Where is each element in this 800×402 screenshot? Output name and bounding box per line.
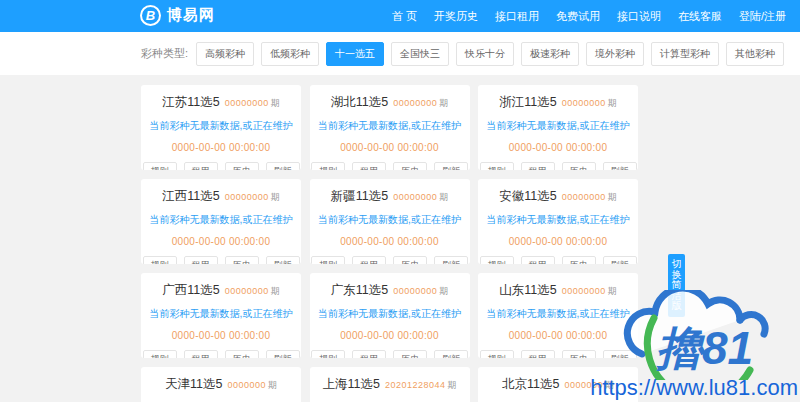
refresh-button[interactable]: 刷新 xyxy=(603,350,637,358)
filter-tab[interactable]: 快乐十分 xyxy=(456,42,514,66)
refresh-button[interactable]: 刷新 xyxy=(603,256,637,264)
card-issue-number: 0000000 xyxy=(564,380,603,390)
site-logo[interactable]: B 博易网 xyxy=(140,5,215,26)
nav-item-0[interactable]: 首 页 xyxy=(392,9,417,24)
refresh-button[interactable]: 刷新 xyxy=(603,162,637,170)
card-issue-unit: 期 xyxy=(605,380,614,390)
card-actions: 规则 租用 历史 刷新 xyxy=(310,256,470,264)
card-title-row: 江西11选5 00000000 期 xyxy=(141,188,301,205)
rent-button[interactable]: 租用 xyxy=(184,162,218,170)
history-button[interactable]: 历史 xyxy=(562,256,596,264)
lottery-card: 江西11选5 00000000 期 当前彩种无最新数据,或正在维护 0000-0… xyxy=(141,179,301,264)
card-status-text: 当前彩种无最新数据,或正在维护 xyxy=(478,119,638,133)
card-countdown: 0000-00-00 00:00:00 xyxy=(478,330,638,341)
card-issue-number: 0000000 xyxy=(227,380,266,390)
card-actions: 规则 租用 历史 刷新 xyxy=(310,162,470,170)
refresh-button[interactable]: 刷新 xyxy=(266,350,300,358)
card-actions: 规则 租用 历史 刷新 xyxy=(310,350,470,358)
refresh-button[interactable]: 刷新 xyxy=(266,256,300,264)
card-title-row: 安徽11选5 00000000 期 xyxy=(478,188,638,205)
card-issue-number: 00000000 xyxy=(393,286,437,296)
rule-button[interactable]: 规则 xyxy=(480,256,514,264)
rule-button[interactable]: 规则 xyxy=(480,350,514,358)
lottery-card-grid: 江苏11选5 00000000 期 当前彩种无最新数据,或正在维护 0000-0… xyxy=(141,85,638,402)
card-countdown: 0000-00-00 00:00:00 xyxy=(141,330,301,341)
rent-button[interactable]: 租用 xyxy=(184,256,218,264)
rent-button[interactable]: 租用 xyxy=(352,350,386,358)
history-button[interactable]: 历史 xyxy=(393,350,427,358)
card-issue-number: 20201228044 xyxy=(385,380,446,390)
card-issue-unit: 期 xyxy=(439,286,448,296)
card-issue-unit: 期 xyxy=(271,98,280,108)
card-countdown: 0000-00-00 00:00:00 xyxy=(478,236,638,247)
card-issue-number: 00000000 xyxy=(562,286,606,296)
filter-tab[interactable]: 全国快三 xyxy=(391,42,449,66)
filter-bar: 彩种类型: 高频彩种 低频彩种 十一选五 全国快三 快乐十分 极速彩种 境外彩种… xyxy=(0,32,800,75)
switch-simple-version-tab[interactable]: 切换简洁版 xyxy=(668,254,685,317)
rule-button[interactable]: 规则 xyxy=(480,162,514,170)
history-button[interactable]: 历史 xyxy=(562,162,596,170)
rent-button[interactable]: 租用 xyxy=(521,256,555,264)
card-status-text: 当前彩种无最新数据,或正在维护 xyxy=(478,307,638,321)
card-title-row: 江苏11选5 00000000 期 xyxy=(141,94,301,111)
card-actions: 规则 租用 历史 刷新 xyxy=(478,162,638,170)
filter-tab[interactable]: 其他彩种 xyxy=(726,42,784,66)
lottery-type-tabs: 高频彩种 低频彩种 十一选五 全国快三 快乐十分 极速彩种 境外彩种 计算型彩种… xyxy=(196,42,784,66)
rule-button[interactable]: 规则 xyxy=(311,162,345,170)
filter-tab[interactable]: 高频彩种 xyxy=(196,42,254,66)
top-nav-bar: B 博易网 首 页 开奖历史 接口租用 免费试用 接口说明 在线客服 登陆/注册 xyxy=(0,0,800,32)
logo-b-icon: B xyxy=(140,5,161,26)
nav-item-5[interactable]: 在线客服 xyxy=(678,9,722,24)
nav-item-1[interactable]: 开奖历史 xyxy=(434,9,478,24)
history-button[interactable]: 历史 xyxy=(225,350,259,358)
card-title-row: 湖北11选5 00000000 期 xyxy=(310,94,470,111)
rule-button[interactable]: 规则 xyxy=(311,256,345,264)
filter-tab[interactable]: 低频彩种 xyxy=(261,42,319,66)
rule-button[interactable]: 规则 xyxy=(143,256,177,264)
lottery-card: 浙江11选5 00000000 期 当前彩种无最新数据,或正在维护 0000-0… xyxy=(478,85,638,170)
card-title: 上海11选5 xyxy=(323,377,380,391)
nav-item-4[interactable]: 接口说明 xyxy=(617,9,661,24)
card-title-row: 浙江11选5 00000000 期 xyxy=(478,94,638,111)
card-title-row: 山东11选5 00000000 期 xyxy=(478,282,638,299)
card-issue-number: 00000000 xyxy=(562,98,606,108)
history-button[interactable]: 历史 xyxy=(393,256,427,264)
rent-button[interactable]: 租用 xyxy=(352,162,386,170)
nav-item-3[interactable]: 免费试用 xyxy=(556,9,600,24)
card-title: 天津11选5 xyxy=(165,377,222,391)
card-issue-number: 00000000 xyxy=(225,286,269,296)
history-button[interactable]: 历史 xyxy=(225,256,259,264)
history-button[interactable]: 历史 xyxy=(562,350,596,358)
filter-tab[interactable]: 十一选五 xyxy=(326,42,384,66)
rent-button[interactable]: 租用 xyxy=(521,350,555,358)
filter-tab[interactable]: 计算型彩种 xyxy=(651,42,719,66)
card-actions: 规则 租用 历史 刷新 xyxy=(478,350,638,358)
main-nav: 首 页 开奖历史 接口租用 免费试用 接口说明 在线客服 登陆/注册 xyxy=(392,0,786,32)
refresh-button[interactable]: 刷新 xyxy=(434,162,468,170)
rule-button[interactable]: 规则 xyxy=(143,350,177,358)
filter-tab[interactable]: 境外彩种 xyxy=(586,42,644,66)
card-issue-unit: 期 xyxy=(448,380,457,390)
card-issue-number: 00000000 xyxy=(225,192,269,202)
history-button[interactable]: 历史 xyxy=(393,162,427,170)
nav-item-6[interactable]: 登陆/注册 xyxy=(739,9,786,24)
filter-tab[interactable]: 极速彩种 xyxy=(521,42,579,66)
card-status-text: 当前彩种无最新数据,或正在维护 xyxy=(310,213,470,227)
card-title-row: 天津11选5 0000000 期 xyxy=(141,376,301,393)
card-countdown: 0000-00-00 00:00:00 xyxy=(310,236,470,247)
rent-button[interactable]: 租用 xyxy=(184,350,218,358)
refresh-button[interactable]: 刷新 xyxy=(434,350,468,358)
rule-button[interactable]: 规则 xyxy=(311,350,345,358)
nav-item-2[interactable]: 接口租用 xyxy=(495,9,539,24)
card-issue-number: 00000000 xyxy=(393,192,437,202)
card-issue-number: 00000000 xyxy=(562,192,606,202)
rule-button[interactable]: 规则 xyxy=(143,162,177,170)
rent-button[interactable]: 租用 xyxy=(521,162,555,170)
rent-button[interactable]: 租用 xyxy=(352,256,386,264)
card-title-row: 广西11选5 00000000 期 xyxy=(141,282,301,299)
refresh-button[interactable]: 刷新 xyxy=(434,256,468,264)
history-button[interactable]: 历史 xyxy=(225,162,259,170)
card-status-text: 当前彩种无最新数据,或正在维护 xyxy=(310,307,470,321)
refresh-button[interactable]: 刷新 xyxy=(266,162,300,170)
card-issue-unit: 期 xyxy=(271,286,280,296)
